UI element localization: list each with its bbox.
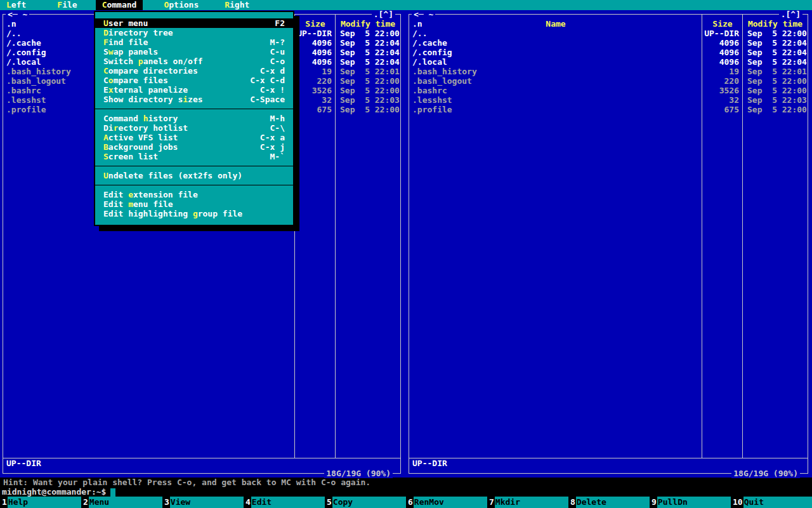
function-key-number: 8 [568, 497, 576, 508]
column-header-mtime[interactable]: Modify time [743, 19, 808, 29]
menu-item[interactable]: Directory tree [95, 28, 293, 37]
menu-item-hotkey: o [108, 76, 114, 85]
menu-item-hotkey: i [183, 95, 188, 104]
file-size: 4096 [702, 48, 743, 57]
file-mtime: Sep 5 22:01 [336, 67, 400, 76]
menu-item[interactable]: Screen list M-` [95, 152, 293, 161]
file-mtime: Sep 5 22:04 [743, 57, 808, 67]
menu-item[interactable] [95, 104, 293, 114]
file-name: /.config [409, 48, 702, 57]
menu-item[interactable]: Compare files C-x C-d [95, 76, 293, 85]
menu-item-shortcut: C-\ [270, 123, 285, 133]
menu-item-hotkey: C [103, 66, 108, 76]
function-key-number: 4 [244, 497, 251, 508]
file-row[interactable]: /.. UP--DIR Sep 5 22:00 [409, 29, 808, 38]
menu-item-hotkey: x [108, 85, 114, 95]
function-key-number: 5 [325, 497, 332, 508]
menu-item-hotkey: g [193, 209, 198, 218]
menu-item[interactable]: Undelete files (ext2fs only) [95, 171, 293, 180]
function-key-number: 7 [487, 497, 495, 508]
left-panel-up-marker[interactable]: .[^] [372, 10, 395, 19]
file-row[interactable]: /.local 4096 Sep 5 22:04 [409, 57, 808, 67]
menubar-item[interactable]: Options [157, 0, 205, 10]
left-panel-path: <─ ~ [6, 10, 29, 19]
menu-item[interactable]: Background jobs C-x j [95, 142, 293, 152]
menubar-item[interactable]: Right [218, 0, 256, 10]
menu-item-hotkey: D [103, 28, 108, 37]
file-size: 3526 [295, 86, 336, 95]
column-header-name[interactable]: Name [409, 19, 702, 29]
menubar-hotkey: L [6, 0, 11, 10]
file-row[interactable]: .lesshst 32 Sep 5 22:03 [409, 95, 808, 105]
menu-item[interactable]: Find file M-? [95, 37, 293, 47]
function-key[interactable]: 7Mkdir [487, 497, 568, 508]
menu-item-shortcut: C-x a [260, 133, 285, 142]
function-key[interactable]: 4Edit [244, 497, 325, 508]
function-key-number: 1 [0, 497, 8, 508]
column-header-mtime[interactable]: Modify time [336, 19, 400, 29]
function-key[interactable]: 6RenMov [406, 497, 487, 508]
function-key-label: Mkdir [495, 497, 568, 508]
file-name: .bashrc [409, 86, 702, 95]
menu-item[interactable]: Active VFS list C-x a [95, 133, 293, 142]
function-key-label: View [170, 497, 244, 508]
file-row[interactable]: .bash_history 19 Sep 5 22:01 [409, 67, 808, 76]
function-key-label: Help [8, 497, 81, 508]
file-mtime: Sep 5 22:00 [743, 76, 808, 86]
file-size: 675 [702, 105, 743, 114]
function-key[interactable]: 10Quit [731, 497, 812, 508]
menubar-hotkey: R [225, 0, 230, 10]
menu-item-shortcut: C-x C-d [250, 76, 285, 85]
function-key[interactable]: 5Copy [325, 497, 406, 508]
file-mtime: Sep 5 22:00 [336, 76, 400, 86]
menu-item-shortcut: M-` [270, 152, 285, 161]
menu-item-hotkey: w [108, 47, 114, 57]
file-mtime: Sep 5 22:04 [336, 38, 400, 48]
menu-item[interactable]: Directory hotlist C-\ [95, 123, 293, 133]
menu-item[interactable]: Edit highlighting group file [95, 209, 293, 218]
menu-item[interactable]: User menu F2 [95, 18, 293, 28]
menu-item[interactable]: Edit menu file [95, 199, 293, 209]
menu-item[interactable]: Show directory sizes C-Space [95, 95, 293, 104]
file-mtime: Sep 5 22:00 [743, 105, 808, 114]
menu-item[interactable]: Switch panels on/off C-o [95, 57, 293, 66]
menubar-item[interactable]: Left [0, 0, 32, 10]
function-key[interactable]: 3View [162, 497, 244, 508]
function-key[interactable]: 9PullDn [650, 497, 731, 508]
file-row[interactable]: .profile 675 Sep 5 22:00 [409, 105, 808, 114]
file-mtime: Sep 5 22:00 [336, 86, 400, 95]
right-panel: <─ ~ .[^] 18G/19G (90%) .nName Size Modi… [409, 14, 808, 474]
menu-item[interactable]: Swap panels C-u [95, 47, 293, 57]
right-panel-up-marker[interactable]: .[^] [779, 10, 802, 19]
menu-item[interactable]: Compare directories C-x d [95, 66, 293, 76]
file-mtime: Sep 5 22:00 [743, 86, 808, 95]
menubar-item[interactable]: Command [96, 0, 143, 10]
right-panel-path: <─ ~ [412, 10, 435, 19]
function-key[interactable]: 1Help [0, 497, 81, 508]
file-size: UP--DIR [702, 29, 743, 38]
file-row[interactable]: /.cache 4096 Sep 5 22:04 [409, 38, 808, 48]
function-key[interactable]: 8Delete [568, 497, 650, 508]
menu-item[interactable]: Edit extension file [95, 190, 293, 199]
function-key-label: PullDn [657, 497, 731, 508]
file-name: /.. [409, 29, 702, 38]
menu-item[interactable] [95, 180, 293, 190]
menubar-item[interactable]: File [51, 0, 83, 10]
shell-prompt[interactable]: midnight@commander:~$ [0, 487, 812, 497]
file-size: 3526 [702, 86, 743, 95]
file-row[interactable]: .bash_logout 220 Sep 5 22:00 [409, 76, 808, 86]
menu-item-hotkey: U [103, 18, 108, 28]
right-panel-header: .nName Size Modify time [409, 19, 808, 29]
file-row[interactable]: .bashrc 3526 Sep 5 22:00 [409, 86, 808, 95]
left-panel-mini-status: UP--DIR [3, 458, 400, 468]
menu-item-hotkey: A [103, 133, 108, 142]
function-key[interactable]: 2Menu [81, 497, 162, 508]
column-header-size[interactable]: Size [702, 19, 743, 29]
menu-item[interactable]: Command history M-h [95, 114, 293, 123]
menu-item[interactable] [95, 161, 293, 171]
file-mtime: Sep 5 22:04 [743, 38, 808, 48]
hint-line: Hint: Want your plain shell? Press C-o, … [0, 478, 812, 487]
column-header-size[interactable]: Size [295, 19, 336, 29]
menu-item[interactable]: External panelize C-x ! [95, 85, 293, 95]
file-row[interactable]: /.config 4096 Sep 5 22:04 [409, 48, 808, 57]
